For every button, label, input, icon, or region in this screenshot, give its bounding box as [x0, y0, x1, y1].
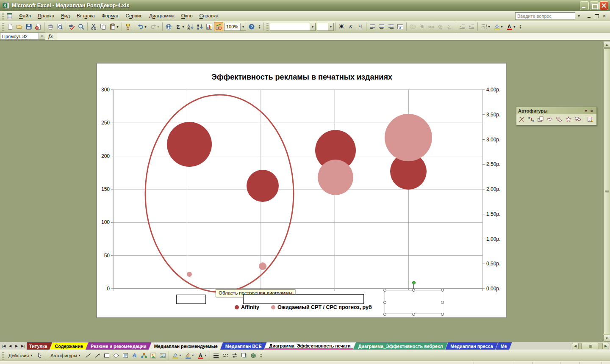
text-box-small[interactable] [176, 295, 206, 304]
line-button[interactable] [83, 351, 93, 360]
align-right-button[interactable] [386, 22, 396, 31]
selection-handle[interactable] [383, 301, 386, 304]
block-arrows-button[interactable] [545, 115, 555, 124]
selection-handle[interactable] [412, 289, 415, 292]
vertical-scrollbar[interactable]: ▲ ▼ [603, 41, 610, 342]
dash-style-button[interactable] [221, 351, 230, 360]
oval-button[interactable] [111, 351, 121, 360]
lines-button[interactable] [517, 115, 527, 124]
arrow-style-button[interactable] [230, 351, 239, 360]
menu-правка[interactable]: Правка [34, 12, 58, 20]
fill-color-button[interactable]: ▾ [170, 351, 183, 360]
selection-handle[interactable] [383, 313, 386, 316]
menu-окно[interactable]: Окно [178, 12, 196, 20]
sheet-tab-медиаплан-рекомендуемые[interactable]: Медиаплан рекомендуемые [149, 342, 223, 350]
toolbar-options-icon[interactable]: ▾▾ [258, 350, 264, 361]
scroll-up-icon[interactable]: ▲ [603, 41, 610, 48]
legend-item[interactable]: Ожидаемый CPT / CPC прогноз, руб [271, 304, 372, 310]
workbook-restore-button[interactable] [593, 13, 600, 19]
selection-handle[interactable] [441, 313, 444, 316]
open-folder-button[interactable] [15, 22, 24, 31]
fill-color-dropdown-icon[interactable]: ▾ [501, 25, 502, 29]
insert-function-button[interactable]: fx [45, 33, 56, 40]
menu-файл[interactable]: Файл [16, 12, 34, 20]
bubble-ожидаемый[interactable] [318, 160, 353, 195]
autosum-button[interactable]: Σ▾ [173, 22, 186, 31]
name-box-dropdown-icon[interactable]: ▾ [39, 33, 45, 40]
sort-asc-button[interactable]: АЯ [186, 22, 195, 31]
menu-сервис[interactable]: Сервис [122, 12, 146, 20]
scroll-down-icon[interactable]: ▼ [603, 335, 610, 342]
selected-rectangle[interactable] [385, 290, 442, 314]
underline-button[interactable]: Ч [355, 22, 365, 31]
shadow-style-button[interactable] [239, 351, 249, 360]
autosum-dropdown-icon[interactable]: ▾ [182, 25, 184, 29]
permission-button[interactable] [33, 22, 43, 31]
prev-sheet-button[interactable]: ◀ [7, 343, 13, 349]
sheet-tab-диаграмма-эффективность-печати[interactable]: Диаграмма_Эффективность печати [264, 342, 356, 350]
basic-shapes-button[interactable] [536, 115, 545, 124]
font-color-dropdown-icon[interactable]: ▾ [205, 353, 206, 357]
clip-art-button[interactable] [149, 351, 158, 360]
research-button[interactable] [77, 22, 86, 31]
menu-справка[interactable]: Справка [196, 12, 222, 20]
fill-color-button[interactable]: ▾ [492, 22, 505, 31]
more-autoshapes-button[interactable] [585, 115, 595, 124]
picture-button[interactable] [158, 351, 167, 360]
selection-handle[interactable] [383, 289, 386, 292]
format-painter-button[interactable] [123, 22, 133, 31]
panel-menu-icon[interactable]: ▾ [583, 109, 589, 113]
sheet-tab-титулка[interactable]: Титулка [27, 342, 53, 350]
sheet-tab-ме[interactable]: Ме [496, 342, 512, 350]
menu-диаграмма[interactable]: Диаграмма [146, 12, 178, 20]
font-color-button[interactable]: А▾ [505, 22, 517, 31]
toolbar-options-icon[interactable]: ▾▾ [257, 22, 262, 32]
bubble-affinity[interactable] [167, 122, 212, 167]
bubble-ожидаемый[interactable] [385, 114, 432, 161]
selection-handle[interactable] [412, 313, 415, 316]
arrow-button[interactable] [93, 351, 102, 360]
line-style-button[interactable] [211, 351, 221, 360]
name-box[interactable]: Прямоуг. 32 [0, 33, 39, 40]
cut-button[interactable] [89, 22, 98, 31]
question-dropdown-icon[interactable]: ▾ [576, 12, 582, 20]
paste-dropdown-icon[interactable]: ▾ [116, 25, 118, 29]
sheet-tab-содержание[interactable]: Содержание [50, 342, 89, 350]
menu-формат[interactable]: Формат [98, 12, 122, 20]
diagram-button[interactable] [139, 351, 149, 360]
tab-horizontal-scrollbar[interactable]: ◀ ▶ [571, 342, 610, 350]
zoom-dropdown-icon[interactable]: ▾ [240, 23, 246, 30]
borders-button[interactable]: ▾ [479, 22, 492, 31]
stars-banners-button[interactable] [564, 115, 573, 124]
connectors-button[interactable] [527, 115, 536, 124]
chart-sheet[interactable]: Эффективность рекламы в печатных издания… [97, 63, 506, 318]
undo-button[interactable]: ▾ [136, 22, 148, 31]
callouts-button[interactable] [573, 115, 582, 124]
flowchart-button[interactable] [555, 115, 564, 124]
selection-handle[interactable] [441, 289, 444, 292]
vertical-scroll-thumb[interactable] [603, 48, 610, 334]
font-color-button[interactable]: А▾ [196, 351, 208, 360]
borders-dropdown-icon[interactable]: ▾ [488, 25, 490, 29]
selection-handle[interactable] [441, 301, 444, 304]
bubble-ожидаемый[interactable] [259, 262, 266, 270]
print-preview-button[interactable] [55, 22, 64, 31]
tab-scroll-thumb[interactable] [581, 343, 599, 349]
redo-dropdown-icon[interactable]: ▾ [157, 25, 159, 29]
legend-item[interactable]: Affinity [235, 304, 259, 310]
chart-legend[interactable]: AffinityОжидаемый CPT / CPC прогноз, руб [235, 304, 372, 310]
3d-style-button[interactable] [249, 351, 258, 360]
menu-вставка[interactable]: Вставка [73, 12, 98, 20]
font-color-dropdown-icon[interactable]: ▾ [513, 25, 515, 29]
spelling-button[interactable]: ab [67, 22, 77, 31]
align-left-button[interactable] [368, 22, 377, 31]
restore-button[interactable] [590, 1, 599, 10]
text-box-wide[interactable] [243, 294, 364, 304]
toolbar-options-icon[interactable]: ▾▾ [518, 22, 523, 32]
save-file-button[interactable] [24, 22, 33, 31]
panel-close-icon[interactable]: × [589, 108, 595, 113]
print-button[interactable] [46, 22, 55, 31]
undo-dropdown-icon[interactable]: ▾ [144, 25, 146, 29]
italic-button[interactable]: К [346, 22, 355, 31]
sheet-tab-медиаплан-пресса[interactable]: Медиаплан пресса [445, 342, 498, 350]
